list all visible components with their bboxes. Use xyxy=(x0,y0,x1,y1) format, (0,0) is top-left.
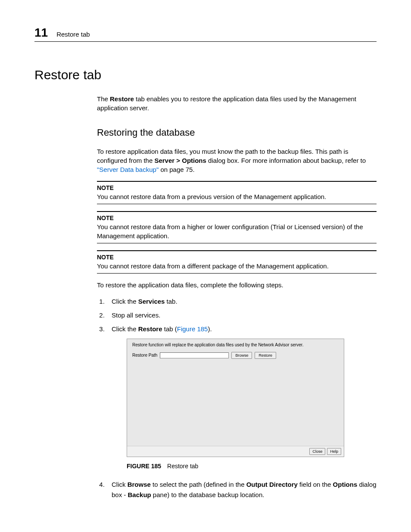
restore-path-label: Restore Path xyxy=(132,352,157,359)
note-text: You cannot restore data from a different… xyxy=(97,261,377,271)
note-text: You cannot restore data from a previous … xyxy=(97,192,377,201)
figure-link[interactable]: Figure 185 xyxy=(177,325,208,333)
note-label: NOTE xyxy=(97,215,377,221)
chapter-number: 11 xyxy=(34,26,48,40)
help-button[interactable]: Help xyxy=(327,448,341,455)
section-intro: To restore application data files, you m… xyxy=(97,147,377,174)
steps-intro: To restore the application data files, c… xyxy=(97,280,377,289)
note-box: NOTE You cannot restore data from a prev… xyxy=(97,181,377,204)
browse-button[interactable]: Browse xyxy=(231,352,252,359)
note-box: NOTE You cannot restore data from a high… xyxy=(97,211,377,243)
restore-path-input[interactable] xyxy=(160,352,229,358)
page-title: Restore tab xyxy=(34,68,377,82)
running-title: Restore tab xyxy=(56,31,90,38)
note-text: You cannot restore data from a higher or… xyxy=(97,222,377,240)
restore-button[interactable]: Restore xyxy=(255,352,276,359)
page-header: 11 Restore tab xyxy=(34,26,377,42)
dialog-description: Restore function will replace the applic… xyxy=(132,342,339,348)
note-box: NOTE You cannot restore data from a diff… xyxy=(97,250,377,274)
step-item: Click the Restore tab (Figure 185). Rest… xyxy=(106,324,377,471)
intro-paragraph: The Restore tab enables you to restore t… xyxy=(97,94,377,112)
section-heading: Restoring the database xyxy=(97,127,377,138)
close-button[interactable]: Close xyxy=(309,448,325,455)
step-item: Click the Services tab. xyxy=(106,296,377,307)
step-item: Stop all services. xyxy=(106,310,377,320)
step-list: Click the Services tab. Stop all service… xyxy=(97,296,377,500)
server-data-backup-link[interactable]: "Server Data backup" xyxy=(97,166,159,173)
figure-caption: FIGURE 185 Restore tab xyxy=(127,461,377,471)
step-item: Click Browse to select the path (defined… xyxy=(106,479,377,500)
note-label: NOTE xyxy=(97,254,377,261)
note-label: NOTE xyxy=(97,184,377,191)
restore-dialog-figure: Restore function will replace the applic… xyxy=(127,339,344,457)
